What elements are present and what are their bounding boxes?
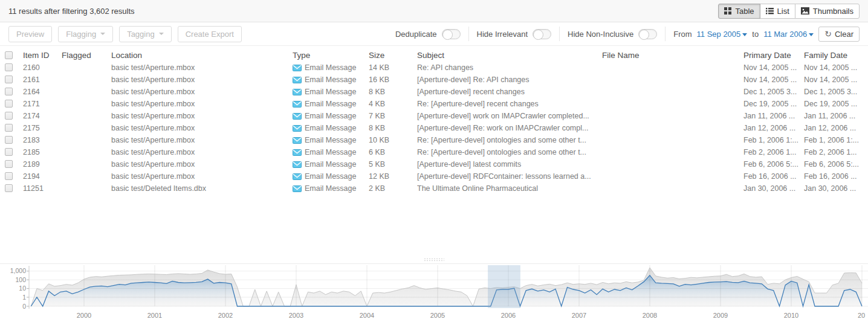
table-row[interactable]: 2174basic test/Aperture.mboxEmail Messag… [0,110,868,122]
row-checkbox-cell [5,110,23,122]
row-checkbox[interactable] [5,136,13,144]
button-label: Flagging [66,30,96,39]
row-checkbox[interactable] [5,100,13,108]
cell-type: Email Message [293,134,369,146]
deduplicate-toggle[interactable] [442,29,461,39]
list-icon [766,7,774,14]
column-header-subject[interactable]: Subject [417,51,602,60]
cell-family-date: Nov 14, 2005 ... [804,74,868,86]
hide-irrelevant-toggle[interactable] [533,29,551,39]
cell-type: Email Message [293,170,369,182]
flagging-dropdown-button[interactable]: Flagging [58,26,113,42]
table-row[interactable]: 2161basic test/Aperture.mboxEmail Messag… [0,74,868,86]
date-selection-band[interactable] [488,265,520,308]
chevron-down-icon [809,33,814,36]
row-checkbox[interactable] [5,63,13,71]
view-button-list[interactable]: List [760,4,795,19]
button-label: Create Export [186,30,234,39]
row-checkbox[interactable] [5,88,13,95]
cell-primary-date: Feb 6, 2006 5:... [743,158,804,170]
row-checkbox[interactable] [5,160,13,168]
tagging-dropdown-button[interactable]: Tagging [119,26,172,42]
date-from-value: 11 Sep 2005 [697,30,741,39]
cell-family-date: Feb 1, 2006 1:... [804,134,868,146]
x-axis-label: 2007 [572,312,586,319]
view-button-label: List [777,7,789,16]
type-label: Email Message [305,182,356,195]
cell-file-name [602,62,743,74]
column-header-file-name[interactable]: File Name [602,51,743,60]
chevron-down-icon [742,33,747,36]
deduplicate-filter: Deduplicate [395,29,461,39]
x-axis-label: 2008 [643,312,657,319]
email-icon [293,125,302,132]
cell-item-id: 2189 [23,158,62,170]
row-checkbox[interactable] [5,172,13,180]
date-range-from-label: From [673,30,691,39]
timeline-chart[interactable]: 1,00010010102000200120022003200420052006… [0,264,868,325]
cell-family-date: Feb 6, 2006 5:... [804,158,868,170]
select-all-checkbox[interactable] [5,51,13,59]
column-header-location[interactable]: Location [111,51,293,60]
date-range-to-label: to [752,30,759,39]
x-axis-label: 2006 [501,312,516,319]
table-row[interactable]: 2183basic test/Aperture.mboxEmail Messag… [0,134,868,146]
table-row[interactable]: 2164basic test/Aperture.mboxEmail Messag… [0,86,868,98]
cell-type: Email Message [293,62,369,74]
row-checkbox[interactable] [5,148,13,156]
table-row[interactable]: 2185basic test/Aperture.mboxEmail Messag… [0,146,868,158]
row-checkbox[interactable] [5,184,13,192]
clear-button-label: Clear [835,30,853,39]
cell-subject: Re: API changes [417,62,602,74]
cell-file-name [602,146,743,158]
type-label: Email Message [305,86,356,98]
column-header-item-id[interactable]: Item ID [23,51,62,60]
cell-flagged [62,134,111,146]
date-to-dropdown[interactable]: 11 Mar 2006 [763,30,814,39]
column-header-primary-date[interactable]: Primary Date [743,51,804,60]
cell-flagged [62,86,111,98]
cell-location: basic test/Aperture.mbox [111,122,293,134]
cell-item-id: 11251 [23,182,62,195]
clear-date-filter-button[interactable]: ↻ Clear [818,27,860,42]
table-row[interactable]: 2194basic test/Aperture.mboxEmail Messag… [0,170,868,182]
table-row[interactable]: 2175basic test/Aperture.mboxEmail Messag… [0,122,868,134]
cell-subject: The Ultimate Online Pharmaceutical [417,182,602,195]
view-button-table[interactable]: Table [718,4,760,19]
date-to-value: 11 Mar 2006 [763,30,807,39]
column-header-size[interactable]: Size [369,51,417,60]
column-header-family-date[interactable]: Family Date [804,51,868,60]
column-header-type[interactable]: Type [293,51,369,60]
cell-type: Email Message [293,146,369,158]
create-export-button[interactable]: Create Export [178,26,242,42]
row-checkbox[interactable] [5,124,13,132]
table-row[interactable]: 11251basic test/Deleted Items.dbxEmail M… [0,182,868,195]
date-from-dropdown[interactable]: 11 Sep 2005 [697,30,748,39]
cell-location: basic test/Aperture.mbox [111,62,293,74]
cell-location: basic test/Aperture.mbox [111,110,293,122]
cell-file-name [602,86,743,98]
row-checkbox[interactable] [5,112,13,120]
cell-item-id: 2183 [23,134,62,146]
table-row[interactable]: 2189basic test/Aperture.mboxEmail Messag… [0,158,868,170]
toolbar-filters: Deduplicate Hide Irrelevant Hide Non-Inc… [395,27,860,42]
preview-button[interactable]: Preview [8,26,52,42]
y-axis-label: 1 [22,294,26,301]
table-header: Item ID Flagged Location Type Size Subje… [0,46,868,62]
cell-flagged [62,146,111,158]
cell-size: 12 KB [369,170,417,182]
panel-splitter[interactable] [0,256,868,263]
table-row[interactable]: 2160basic test/Aperture.mboxEmail Messag… [0,62,868,74]
cell-primary-date: Nov 14, 2005 ... [743,62,804,74]
cell-subject: [Aperture-devel] latest commits [417,158,602,170]
button-label: Preview [16,30,44,39]
column-header-flagged[interactable]: Flagged [62,51,111,60]
table-row[interactable]: 2171basic test/Aperture.mboxEmail Messag… [0,98,868,110]
divider [468,27,469,41]
hide-non-inclusive-toggle[interactable] [638,29,657,39]
type-label: Email Message [305,146,356,158]
cell-flagged [62,110,111,122]
row-checkbox[interactable] [5,76,13,83]
cell-file-name [602,98,743,110]
view-button-thumbnails[interactable]: Thumbnails [795,4,860,19]
